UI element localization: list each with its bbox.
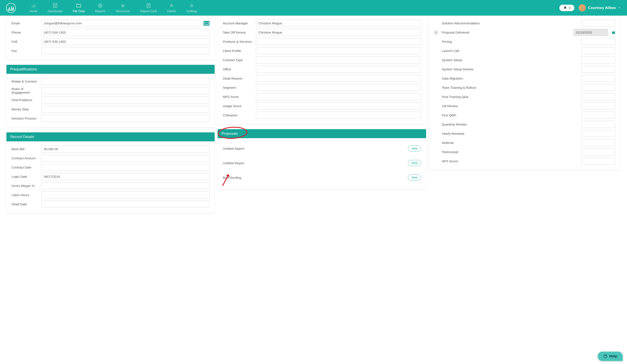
svg-point-2 <box>100 5 101 6</box>
nav-clients[interactable]: Clients <box>162 3 181 13</box>
segment-field[interactable] <box>256 84 421 91</box>
proposals-header: Proposals <box>218 129 426 138</box>
topbar: Home Dashboard File Data Reports Resourc… <box>0 0 627 16</box>
fax-label: Fax <box>11 49 39 53</box>
svg-point-4 <box>171 4 172 6</box>
svg-rect-7 <box>612 31 615 32</box>
svg-rect-0 <box>53 4 57 7</box>
quarterly-review-field[interactable] <box>581 121 616 128</box>
gross-margin-field[interactable] <box>42 182 209 189</box>
nav-resources[interactable]: Resources <box>111 3 135 13</box>
post-training-qa-field[interactable] <box>581 93 616 100</box>
chevron-down-icon <box>618 6 621 9</box>
phone-field[interactable] <box>42 29 209 36</box>
view-button[interactable]: View <box>408 175 421 181</box>
view-button[interactable]: View <box>408 145 421 151</box>
contract-type-field[interactable] <box>256 56 421 63</box>
phone-label: Phone <box>11 31 39 34</box>
find-problems-field[interactable] <box>42 96 209 103</box>
svg-point-5 <box>191 5 193 6</box>
client-profile-field[interactable] <box>256 47 421 54</box>
milestones-card: Solution Recommendation: Proposal Delive… <box>429 16 621 170</box>
nav: Home Dashboard File Data Reports Resourc… <box>24 3 203 13</box>
nps-score-milestone-field[interactable] <box>581 158 616 165</box>
proposal-row: Untitled ReportView <box>223 156 421 170</box>
nav-report-card[interactable]: Report Card <box>135 3 162 13</box>
base-bid-field[interactable] <box>42 145 209 152</box>
nav-file-data[interactable]: File Data <box>68 3 90 13</box>
solution-field[interactable] <box>581 20 616 27</box>
proposal-delivered-checkbox[interactable] <box>434 31 438 34</box>
nav-dashboard[interactable]: Dashboard <box>43 3 68 13</box>
proposal-delivered-field[interactable] <box>574 29 608 36</box>
account-manager-field[interactable] <box>256 20 421 27</box>
user-menu[interactable]: Courtney Allbee <box>579 4 621 11</box>
details-card: Account Manager Take Off Person Products… <box>218 16 426 124</box>
proposal-row: Best RoofingView <box>223 170 421 185</box>
nps-score-field[interactable] <box>256 93 421 100</box>
pricing-field[interactable] <box>581 38 616 45</box>
nav-settings[interactable]: Settings <box>181 3 203 13</box>
products-services-field[interactable] <box>256 38 421 45</box>
fax-field[interactable] <box>42 47 209 54</box>
rules-engagement-field[interactable] <box>42 87 209 94</box>
m1-review-field[interactable] <box>581 102 616 109</box>
column-left: Email Phone Cell Fax Prequalifications R… <box>6 16 215 213</box>
office-field[interactable] <box>256 66 421 73</box>
relate-connect-field[interactable] <box>42 78 209 85</box>
referral-field[interactable] <box>581 139 616 146</box>
cell-field[interactable] <box>42 38 209 45</box>
avatar <box>579 4 586 11</box>
proposals-card: Proposals Untitled ReportView Untitled R… <box>218 129 426 189</box>
prequalifications-card: Prequalifications Relate & Connect Rules… <box>6 65 215 127</box>
column-middle: Account Manager Take Off Person Products… <box>218 16 426 189</box>
login-date-field[interactable] <box>42 173 209 180</box>
svg-rect-8 <box>613 31 613 32</box>
svg-point-1 <box>99 4 102 7</box>
decision-process-field[interactable] <box>42 115 209 122</box>
logo-icon[interactable] <box>6 3 16 13</box>
mail-icon[interactable] <box>204 21 209 26</box>
record-details-header: Record Details <box>6 132 215 141</box>
testimonial-field[interactable] <box>581 148 616 155</box>
contract-date-field[interactable] <box>42 164 209 171</box>
system-setup-review-field[interactable] <box>581 66 616 73</box>
bell-icon <box>563 6 567 10</box>
view-button[interactable]: View <box>408 160 421 166</box>
nav-reports[interactable]: Reports <box>90 3 111 13</box>
notification-badge[interactable]: 0 <box>559 5 574 11</box>
training-rollout-field[interactable] <box>581 84 616 91</box>
launch-call-field[interactable] <box>581 47 616 54</box>
labor-hours-field[interactable] <box>42 191 209 198</box>
cell-label: Cell <box>11 40 39 44</box>
prequalifications-header: Prequalifications <box>6 65 215 74</box>
first-qbr-field[interactable] <box>581 112 616 119</box>
svg-rect-9 <box>614 31 614 32</box>
takeoff-person-field[interactable] <box>256 29 421 36</box>
column-right: Solution Recommendation: Proposal Delive… <box>429 16 621 170</box>
system-setup-field[interactable] <box>581 56 616 63</box>
topbar-right: 0 Courtney Allbee <box>559 4 621 11</box>
contact-card: Email Phone Cell Fax <box>6 16 215 60</box>
email-field[interactable] <box>42 20 200 27</box>
proposal-row: Untitled ReportView <box>223 141 421 156</box>
usage-score-field[interactable] <box>256 102 421 109</box>
money-step-field[interactable] <box>42 106 209 113</box>
calendar-icon[interactable] <box>612 31 616 34</box>
check-icon <box>435 31 437 34</box>
contract-amount-field[interactable] <box>42 155 209 162</box>
yearly-renewal-field[interactable] <box>581 130 616 137</box>
record-details-card: Record Details Base Bid Contract Amount … <box>6 132 215 213</box>
nav-home[interactable]: Home <box>24 3 43 13</box>
data-migration-field[interactable] <box>581 75 616 82</box>
champion-field[interactable] <box>256 112 421 119</box>
dead-reason-field[interactable] <box>256 75 421 82</box>
dead-date-field[interactable] <box>42 201 209 208</box>
email-label: Email <box>11 21 39 25</box>
